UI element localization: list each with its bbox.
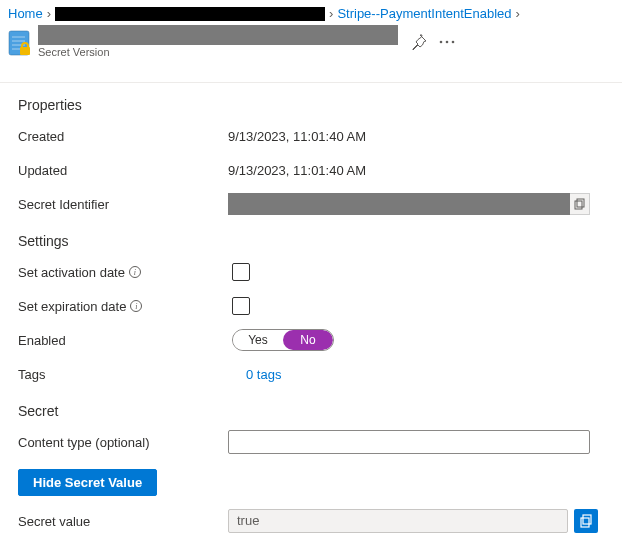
copy-secret-button[interactable] [574, 509, 598, 533]
identifier-field [228, 193, 590, 215]
section-secret: Secret [18, 403, 604, 419]
identifier-redacted [228, 193, 570, 215]
tags-label: Tags [18, 367, 228, 382]
section-properties: Properties [18, 97, 604, 113]
content-type-label: Content type (optional) [18, 435, 228, 450]
hide-secret-value-button[interactable]: Hide Secret Value [18, 469, 157, 496]
svg-rect-5 [20, 47, 30, 55]
activation-checkbox[interactable] [232, 263, 250, 281]
expiration-checkbox[interactable] [232, 297, 250, 315]
created-label: Created [18, 129, 228, 144]
svg-rect-9 [575, 201, 582, 209]
section-settings: Settings [18, 233, 604, 249]
tags-link[interactable]: 0 tags [246, 367, 281, 382]
updated-label: Updated [18, 163, 228, 178]
breadcrumb-secret[interactable]: Stripe--PaymentIntentEnabled [337, 6, 511, 21]
breadcrumb-redacted [55, 7, 325, 21]
svg-rect-11 [581, 518, 589, 527]
breadcrumb: Home › › Stripe--PaymentIntentEnabled › [0, 0, 622, 23]
enabled-toggle[interactable]: Yes No [232, 329, 334, 351]
pin-icon[interactable] [410, 33, 428, 51]
breadcrumb-home[interactable]: Home [8, 6, 43, 21]
chevron-right-icon: › [516, 6, 520, 21]
identifier-label: Secret Identifier [18, 197, 228, 212]
more-icon[interactable] [438, 33, 456, 51]
content-type-input[interactable] [228, 430, 590, 454]
chevron-right-icon: › [329, 6, 333, 21]
expiration-label-text: Set expiration date [18, 299, 126, 314]
toggle-yes[interactable]: Yes [233, 330, 283, 350]
page-title-redacted [38, 25, 398, 45]
created-value: 9/13/2023, 11:01:40 AM [228, 129, 604, 144]
page-subtitle: Secret Version [38, 46, 398, 58]
divider [0, 82, 622, 83]
svg-point-8 [452, 40, 455, 43]
copy-identifier-button[interactable] [570, 193, 590, 215]
page-title-row: Secret Version [0, 23, 622, 58]
svg-point-7 [446, 40, 449, 43]
enabled-label: Enabled [18, 333, 228, 348]
activation-label: Set activation date i [18, 265, 228, 280]
svg-rect-12 [583, 515, 591, 524]
info-icon[interactable]: i [130, 300, 142, 312]
expiration-label: Set expiration date i [18, 299, 228, 314]
svg-rect-10 [577, 199, 584, 207]
activation-label-text: Set activation date [18, 265, 125, 280]
svg-point-6 [440, 40, 443, 43]
secret-value-label: Secret value [18, 514, 228, 529]
key-vault-secret-icon [8, 28, 32, 56]
chevron-right-icon: › [47, 6, 51, 21]
toggle-no[interactable]: No [283, 330, 333, 350]
secret-value-field[interactable]: true [228, 509, 568, 533]
info-icon[interactable]: i [129, 266, 141, 278]
updated-value: 9/13/2023, 11:01:40 AM [228, 163, 604, 178]
